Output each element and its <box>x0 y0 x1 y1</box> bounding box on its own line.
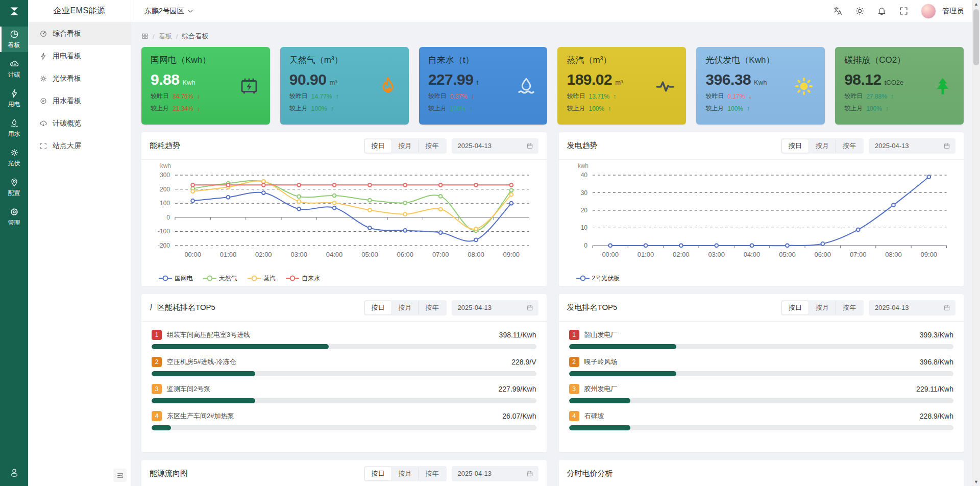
site-selector-dropdown[interactable]: 东鹏2号园区 <box>144 7 193 16</box>
rank-line: 4石碑坡228.9/Kwh <box>569 411 954 421</box>
legend-label: 自来水 <box>302 274 320 283</box>
rail-item-label: 用电 <box>8 100 20 109</box>
trend-value: 100% <box>589 105 604 112</box>
rail-item-water[interactable]: 用水 <box>0 115 28 141</box>
rank-value: 396.8/Kwh <box>920 358 953 366</box>
fullscreen-icon[interactable] <box>899 6 909 16</box>
svg-text:08:00: 08:00 <box>468 251 484 258</box>
svg-text:01:00: 01:00 <box>220 251 237 258</box>
scroll-down-arrow[interactable]: ▼ <box>972 478 980 486</box>
svg-text:09:00: 09:00 <box>503 251 520 258</box>
date-picker[interactable]: 2025-04-13 <box>869 300 955 315</box>
legend-item-自来水[interactable]: 自来水 <box>286 274 320 283</box>
panel-generation-trend: 发电趋势 按日按月按年2025-04-13 kwh40302010000:000… <box>559 132 964 286</box>
svg-text:04:00: 04:00 <box>326 251 343 258</box>
sidebar-item-solar-board[interactable]: 光伏看板 <box>28 67 131 90</box>
energy-trend-chart: kwh3002001000-100-20000:0001:0002:0003:0… <box>141 160 547 284</box>
stat-cards: 国网电（Kwh）9.88Kwh较昨日84.76%↓较上月21.34%↓天然气（m… <box>141 47 964 125</box>
rank-value: 228.9/V <box>511 358 536 366</box>
rank-bar-fill <box>152 344 329 349</box>
sidebar-item-big-screen[interactable]: 站点大屏 <box>28 135 131 157</box>
svg-text:100: 100 <box>160 200 170 207</box>
svg-text:05:00: 05:00 <box>361 251 378 258</box>
rank-bar-track <box>152 425 536 430</box>
rail-item-admin[interactable]: 管理 <box>0 204 28 230</box>
water-drop-icon <box>9 118 19 128</box>
rank-name: 胶州发电厂 <box>584 384 618 394</box>
stat-card-trend: 较上月100%↑ <box>289 104 400 113</box>
scroll-up-arrow[interactable]: ▲ <box>972 0 980 8</box>
tab-按月[interactable]: 按月 <box>808 301 836 314</box>
scrollbar-thumb[interactable] <box>973 9 979 65</box>
svg-text:03:00: 03:00 <box>290 251 307 258</box>
tab-按年[interactable]: 按年 <box>836 301 863 314</box>
legend-item-天然气[interactable]: 天然气 <box>203 274 237 283</box>
app-title: 企业EMS能源 <box>28 0 131 22</box>
arrow-up-icon: ↑ <box>469 105 472 112</box>
sun-icon <box>39 75 47 83</box>
date-picker[interactable]: 2025-04-13 <box>452 466 538 481</box>
panel-header: 能源流向图 按日按月按年2025-04-13 <box>141 460 547 486</box>
notification-bell-icon[interactable] <box>877 6 887 16</box>
rank-value: 227.99/Kwh <box>499 385 536 393</box>
user-avatar[interactable] <box>921 4 936 19</box>
app-logo[interactable] <box>0 0 28 22</box>
rail-item-config[interactable]: 配置 <box>0 175 28 200</box>
tab-按日[interactable]: 按日 <box>782 139 808 153</box>
tab-按月[interactable]: 按月 <box>391 139 419 153</box>
legend-label: 蒸汽 <box>263 274 276 283</box>
panel-energy-ranking: 厂区能耗排名TOP5 按日按月按年2025-04-13 1组装车间高压配电室3号… <box>141 294 547 452</box>
rank-badge: 4 <box>569 411 579 421</box>
tab-按日[interactable]: 按日 <box>365 467 391 480</box>
rank-row-2: 2空压机房5#进线-冷冻仓228.9/V <box>152 357 536 376</box>
stat-card-value: 90.90 <box>289 71 327 88</box>
tab-按月[interactable]: 按月 <box>391 467 419 480</box>
trend-label: 较昨日 <box>289 92 308 101</box>
tab-按年[interactable]: 按年 <box>419 139 446 153</box>
svg-text:0: 0 <box>166 214 170 221</box>
arrow-up-icon: ↑ <box>608 105 611 112</box>
generation-trend-chart: kwh40302010000:0001:0002:0003:0004:0005:… <box>559 160 964 284</box>
calendar-icon <box>526 470 533 477</box>
rank-value: 228.9/Kwh <box>920 412 953 420</box>
breadcrumb-item-kanban[interactable]: 看板 <box>159 32 172 41</box>
sidebar-item-electricity-board[interactable]: 用电看板 <box>28 45 131 67</box>
tab-按月[interactable]: 按月 <box>808 139 836 153</box>
tab-按日[interactable]: 按日 <box>782 301 808 314</box>
rail-user-icon[interactable] <box>0 467 28 478</box>
date-picker[interactable]: 2025-04-13 <box>452 300 538 315</box>
date-picker[interactable]: 2025-04-13 <box>869 138 955 154</box>
user-name[interactable]: 管理员 <box>942 7 964 16</box>
rail-item-solar[interactable]: 光伏 <box>0 145 28 171</box>
legend-item-蒸汽[interactable]: 蒸汽 <box>248 274 276 283</box>
stat-card-trend: 较上月100%↑ <box>567 104 677 113</box>
svg-text:10: 10 <box>580 224 587 231</box>
rail-item-dashboard[interactable]: 看板 <box>0 27 28 52</box>
panel-title: 能耗趋势 <box>150 141 180 151</box>
tab-按日[interactable]: 按日 <box>365 301 391 314</box>
date-picker[interactable]: 2025-04-13 <box>452 138 538 154</box>
legend-marker-icon <box>286 275 299 281</box>
sidebar-item-water-board[interactable]: 用水看板 <box>28 90 131 112</box>
tab-按年[interactable]: 按年 <box>419 301 446 314</box>
sidebar-item-overview[interactable]: 综合看板 <box>28 22 131 45</box>
page-scrollbar[interactable]: ▲ ▼ <box>972 0 980 486</box>
range-tabs: 按日按月按年 <box>364 300 447 315</box>
tab-按年[interactable]: 按年 <box>836 139 863 153</box>
sidebar-item-carbon-overview[interactable]: 计碳概览 <box>28 112 131 135</box>
translate-icon[interactable] <box>833 6 843 16</box>
svg-text:300: 300 <box>160 172 170 179</box>
rank-badge: 2 <box>152 357 162 367</box>
sidebar-item-label: 综合看板 <box>53 29 81 38</box>
arrow-up-icon: ↑ <box>891 93 894 100</box>
tab-按月[interactable]: 按月 <box>391 301 419 314</box>
rail-item-carbon[interactable]: 计碳 <box>0 56 28 82</box>
legend-item-2号光伏板[interactable]: 2号光伏板 <box>576 274 620 283</box>
theme-sun-icon[interactable] <box>855 6 865 16</box>
collapse-sidebar-button[interactable] <box>113 469 127 482</box>
rank-row-2: 2嘎子岭风场396.8/Kwh <box>569 357 954 376</box>
rail-item-electricity[interactable]: 用电 <box>0 86 28 111</box>
legend-item-国网电[interactable]: 国网电 <box>159 274 193 283</box>
tab-按日[interactable]: 按日 <box>365 139 391 153</box>
tab-按年[interactable]: 按年 <box>419 467 446 480</box>
